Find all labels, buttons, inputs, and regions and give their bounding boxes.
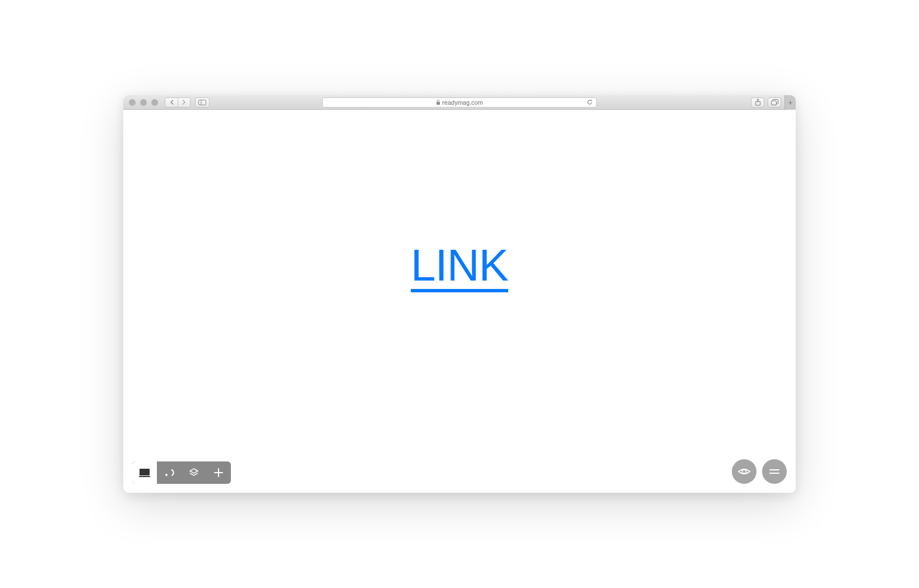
close-window-button[interactable] [129,99,136,106]
menu-button[interactable] [762,459,787,484]
browser-window: readymag.com + LINK [123,95,796,493]
sidebar-toggle-button[interactable] [195,97,210,108]
svg-point-8 [165,474,168,476]
editor-toolbar [132,461,231,484]
maximize-window-button[interactable] [151,99,158,106]
lock-icon [436,100,440,105]
url-text: readymag.com [442,99,483,106]
svg-point-11 [742,470,746,474]
editor-canvas[interactable]: LINK [123,110,796,493]
tabs-button[interactable] [768,97,781,108]
forward-button[interactable] [178,98,190,107]
link-element[interactable]: LINK [411,243,508,292]
back-button[interactable] [165,98,178,107]
reload-button[interactable] [587,99,593,105]
address-bar[interactable]: readymag.com [322,97,597,108]
browser-toolbar: readymag.com + [123,95,796,110]
preview-button[interactable] [732,459,756,484]
svg-rect-2 [437,102,440,105]
desktop-view-button[interactable] [132,461,157,484]
share-button[interactable] [751,97,764,108]
animation-button[interactable] [157,461,182,484]
layers-button[interactable] [182,461,206,484]
nav-button-group [165,97,191,108]
traffic-lights [129,99,158,106]
svg-rect-5 [771,101,776,105]
svg-rect-7 [139,476,150,477]
svg-rect-0 [199,100,206,105]
svg-rect-6 [140,469,150,475]
new-tab-button[interactable]: + [785,95,796,110]
toolbar-right-controls: + [751,95,790,110]
right-button-group [732,459,787,484]
minimize-window-button[interactable] [140,99,147,106]
add-widget-button[interactable] [206,461,231,484]
